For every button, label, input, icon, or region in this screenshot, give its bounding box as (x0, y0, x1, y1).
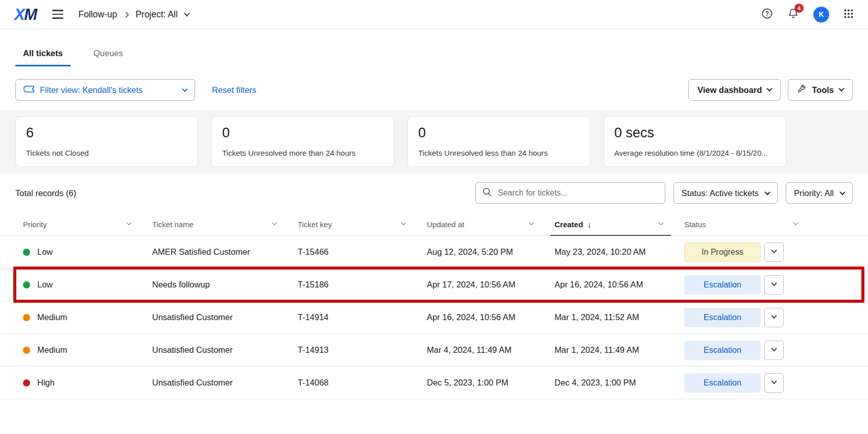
column-header-status[interactable]: Status (684, 213, 853, 235)
column-header-ticket-name[interactable]: Ticket name (152, 213, 298, 235)
column-header-created[interactable]: Created ↓ (554, 213, 684, 235)
status-badge[interactable]: Escalation (684, 341, 761, 360)
chevron-down-icon (771, 346, 777, 351)
breadcrumb-section[interactable]: Follow-up (79, 9, 117, 20)
ticket-tabs: All tickets Queues (0, 49, 868, 66)
notification-count-badge: 4 (794, 4, 804, 13)
table-row[interactable]: Medium Unsatisfied Customer T-14913 Mar … (0, 334, 868, 367)
column-label: Priority (23, 220, 47, 229)
column-header-priority[interactable]: Priority (23, 213, 152, 235)
chevron-down-icon (771, 313, 777, 319)
stat-card-not-closed: 6 Tickets not Closed (15, 116, 198, 167)
table-row[interactable]: Low Needs followup T-15186 Apr 17, 2024,… (0, 269, 868, 301)
priority-filter-dropdown[interactable]: Priority: All (786, 182, 853, 204)
created-cell: Apr 16, 2024, 10:56 AM (554, 280, 684, 290)
status-badge[interactable]: Escalation (684, 275, 761, 295)
avatar[interactable]: K (813, 7, 829, 22)
priority-cell: Medium (23, 345, 152, 355)
status-filter-label: Status: Active tickets (682, 188, 759, 198)
notifications-button[interactable]: 4 (787, 8, 799, 21)
hamburger-menu-icon[interactable] (50, 8, 65, 20)
chevron-down-icon[interactable] (401, 221, 406, 226)
tools-label: Tools (812, 85, 834, 95)
column-label: Updated at (427, 220, 464, 229)
filter-toolbar: Filter view: Kendall's tickets Reset fil… (15, 79, 853, 101)
chevron-down-icon (771, 378, 777, 384)
status-dropdown-button[interactable] (764, 373, 784, 393)
priority-dot (23, 379, 30, 387)
logo-letter-m: M (24, 6, 36, 23)
priority-label: Low (37, 247, 53, 257)
ticket-key-cell: T-15466 (298, 247, 427, 257)
priority-cell: Medium (23, 312, 152, 322)
chevron-down-icon[interactable] (272, 221, 277, 226)
records-controls: Total records (6) Status: Active tickets… (15, 182, 853, 204)
status-badge[interactable]: Escalation (684, 373, 761, 393)
priority-label: Medium (37, 345, 67, 355)
created-cell: Mar 1, 2024, 11:52 AM (554, 312, 684, 322)
tools-button[interactable]: Tools (788, 79, 853, 101)
stat-card-unresolved-less-24h: 0 Tickets Unresolved less than 24 hours (407, 116, 590, 167)
search-box[interactable] (475, 182, 665, 204)
chevron-down-icon[interactable] (659, 221, 664, 226)
apps-grid-button[interactable] (843, 9, 854, 20)
column-header-updated-at[interactable]: Updated at (427, 213, 554, 235)
priority-label: Low (37, 280, 53, 290)
status-cell: In Progress (684, 243, 853, 262)
chevron-down-icon (764, 189, 770, 195)
table-row[interactable]: Medium Unsatisfied Customer T-14914 Apr … (0, 301, 868, 334)
created-cell: May 23, 2024, 10:20 AM (554, 247, 684, 257)
ticket-key-cell: T-14914 (298, 312, 427, 322)
status-dropdown-button[interactable] (764, 275, 784, 295)
updated-at-cell: Mar 4, 2024, 11:49 AM (427, 345, 554, 355)
tab-queues[interactable]: Queues (86, 49, 131, 66)
reset-filters-link[interactable]: Reset filters (212, 85, 256, 95)
status-filter-dropdown[interactable]: Status: Active tickets (673, 182, 778, 204)
total-records-label: Total records (6) (15, 188, 76, 198)
column-header-ticket-key[interactable]: Ticket key (298, 213, 427, 235)
top-bar: XM Follow-up Project: All ? 4 K (0, 0, 868, 29)
ticket-name-cell: AMER Satisfied Customer (152, 247, 298, 257)
help-icon: ? (761, 8, 773, 21)
chevron-down-icon[interactable] (529, 221, 534, 226)
ticket-name-cell: Needs followup (152, 280, 298, 290)
search-input[interactable] (497, 188, 659, 198)
chevron-down-icon (839, 189, 845, 195)
help-button[interactable]: ? (761, 8, 773, 21)
breadcrumb-project[interactable]: Project: All (135, 9, 178, 20)
column-label: Status (684, 220, 706, 229)
updated-at-cell: Apr 16, 2024, 10:56 AM (427, 312, 554, 322)
toolbar-actions: View dashboard Tools (688, 79, 853, 101)
topbar-actions: ? 4 K (761, 7, 854, 22)
ticket-icon (23, 85, 34, 95)
ticket-name-cell: Unsatisfied Customer (152, 378, 298, 388)
status-dropdown-button[interactable] (764, 308, 784, 327)
priority-cell: High (23, 378, 152, 388)
ticket-key-cell: T-14913 (298, 345, 427, 355)
column-label: Ticket name (152, 220, 194, 229)
status-dropdown-button[interactable] (764, 243, 784, 262)
chevron-down-icon (767, 86, 773, 91)
tab-all-tickets[interactable]: All tickets (15, 49, 70, 66)
status-badge[interactable]: Escalation (684, 308, 761, 327)
xm-logo[interactable]: XM (14, 7, 37, 22)
status-dropdown-button[interactable] (764, 341, 784, 360)
table-row[interactable]: High Unsatisfied Customer T-14068 Dec 5,… (0, 367, 868, 399)
chevron-down-icon[interactable] (127, 221, 132, 226)
table-row[interactable]: Low AMER Satisfied Customer T-15466 Aug … (0, 236, 868, 269)
ticket-name-cell: Unsatisfied Customer (152, 345, 298, 355)
view-dashboard-button[interactable]: View dashboard (688, 79, 781, 101)
chevron-down-icon (838, 86, 844, 91)
status-badge[interactable]: In Progress (684, 243, 761, 262)
chevron-down-icon[interactable] (184, 11, 189, 16)
view-dashboard-label: View dashboard (697, 85, 762, 95)
stat-value: 0 (418, 125, 580, 141)
apps-grid-icon (843, 9, 854, 20)
filter-view-dropdown[interactable]: Filter view: Kendall's tickets (15, 79, 195, 101)
chevron-down-icon (182, 86, 187, 92)
chevron-down-icon[interactable] (793, 221, 799, 226)
updated-at-cell: Dec 5, 2023, 1:00 PM (427, 378, 554, 388)
created-cell: Mar 1, 2024, 11:49 AM (554, 345, 684, 355)
stat-label: Tickets not Closed (26, 149, 187, 157)
logo-letter-x: X (14, 6, 24, 23)
